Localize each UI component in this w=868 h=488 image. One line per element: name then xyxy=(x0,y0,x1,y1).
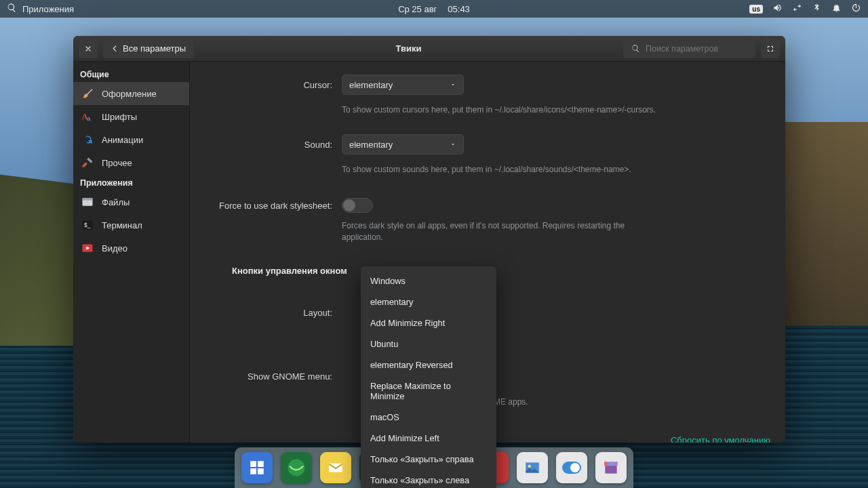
sidebar-item-label: Видео xyxy=(102,243,127,253)
power-icon[interactable] xyxy=(851,3,861,15)
dark-stylesheet-switch[interactable] xyxy=(342,198,373,213)
sound-combo[interactable]: elementary xyxy=(342,134,464,155)
sidebar-item-label: Прочее xyxy=(102,158,132,168)
svg-rect-20 xyxy=(610,462,613,465)
files-icon xyxy=(80,195,95,209)
layout-option[interactable]: elementary xyxy=(361,291,496,312)
panel-time[interactable]: 05:43 xyxy=(448,4,470,14)
layout-label: Layout: xyxy=(206,308,342,318)
svg-text:a: a xyxy=(87,115,91,122)
window-controls-heading: Кнопки управления окном xyxy=(206,266,357,276)
sidebar-item-appearance[interactable]: Оформление xyxy=(73,82,189,105)
cursor-combo[interactable]: elementary xyxy=(342,75,464,95)
brush-icon xyxy=(80,86,95,101)
sidebar-item-label: Анимации xyxy=(102,135,143,145)
cursor-combo-value: elementary xyxy=(349,80,393,90)
sound-hint: To show custom sounds here, put them in … xyxy=(342,164,735,176)
top-panel: Приложения Ср 25 авг 05:43 us xyxy=(0,0,868,18)
reset-defaults-link[interactable]: Сбросить по умолчанию xyxy=(671,432,785,443)
sidebar: Общие Оформление Aa Шрифты Анимации xyxy=(73,62,190,443)
chevron-down-icon xyxy=(450,141,456,148)
dock-app-photos[interactable] xyxy=(517,452,548,483)
sidebar-item-terminal[interactable]: $_ Терминал xyxy=(73,214,189,237)
sidebar-item-video[interactable]: Видео xyxy=(73,237,189,260)
panel-date[interactable]: Ср 25 авг xyxy=(398,4,437,14)
layout-option[interactable]: Только «Закрыть» справа xyxy=(361,449,496,470)
maximize-button[interactable] xyxy=(761,39,780,58)
reload-icon xyxy=(80,132,95,147)
window-title: Твики xyxy=(199,43,618,54)
svg-rect-19 xyxy=(604,462,607,465)
svg-rect-3 xyxy=(83,198,93,200)
notifications-icon[interactable] xyxy=(831,3,842,15)
dock-app-store[interactable] xyxy=(595,452,627,483)
svg-rect-17 xyxy=(605,466,616,474)
layout-option[interactable]: Add Minimize Right xyxy=(361,312,496,333)
dock-app-mail[interactable] xyxy=(320,452,351,483)
svg-rect-9 xyxy=(250,468,256,474)
fonts-icon: Aa xyxy=(80,109,95,124)
layout-option[interactable]: Replace Maximize to Minimize xyxy=(361,375,496,407)
svg-rect-10 xyxy=(258,468,264,474)
layout-option[interactable]: Windows xyxy=(361,270,496,291)
sound-label: Sound: xyxy=(206,140,342,150)
bluetooth-icon[interactable] xyxy=(812,3,822,15)
dock-app-switch[interactable] xyxy=(556,452,587,483)
search-icon[interactable] xyxy=(7,3,17,15)
settings-search-input[interactable] xyxy=(646,44,747,54)
layout-option[interactable]: Ubuntu xyxy=(361,333,496,354)
dark-stylesheet-label: Force to use dark stylesheet: xyxy=(206,201,342,211)
sidebar-group-apps: Приложения xyxy=(73,174,189,190)
applications-button[interactable]: Приложения xyxy=(22,4,74,14)
layout-popup: WindowselementaryAdd Minimize RightUbunt… xyxy=(361,266,496,488)
titlebar: Все параметры Твики xyxy=(73,36,785,62)
sidebar-item-fonts[interactable]: Aa Шрифты xyxy=(73,105,189,128)
network-icon[interactable] xyxy=(792,3,802,15)
sidebar-item-label: Оформление xyxy=(102,89,157,99)
gnome-menu-label: Show GNOME menu: xyxy=(206,371,342,382)
chevron-down-icon xyxy=(450,81,456,88)
sidebar-item-files[interactable]: Файлы xyxy=(73,190,189,214)
svg-rect-7 xyxy=(250,461,256,467)
dock-app-browser[interactable] xyxy=(281,452,312,483)
sidebar-item-label: Шрифты xyxy=(102,112,137,122)
back-all-settings-button[interactable]: Все параметры xyxy=(103,39,194,58)
tools-icon xyxy=(80,155,95,170)
layout-option[interactable]: Add Minimize Left xyxy=(361,428,496,449)
volume-icon[interactable] xyxy=(772,3,783,15)
sidebar-group-general: Общие xyxy=(73,66,189,82)
cursor-label: Cursor: xyxy=(206,80,342,90)
dock-app-multitask[interactable] xyxy=(241,452,273,483)
sidebar-item-label: Файлы xyxy=(102,197,130,207)
svg-text:$_: $_ xyxy=(84,222,91,228)
sidebar-item-label: Терминал xyxy=(102,220,142,230)
layout-option[interactable]: macOS xyxy=(361,407,496,428)
svg-point-16 xyxy=(570,463,580,472)
layout-option[interactable]: elementary Reversed xyxy=(361,354,496,375)
sidebar-item-misc[interactable]: Прочее xyxy=(73,151,189,174)
svg-rect-8 xyxy=(258,461,264,467)
settings-search[interactable] xyxy=(623,39,755,58)
close-button[interactable] xyxy=(79,39,98,58)
layout-option[interactable]: Только «Закрыть» слева xyxy=(361,470,496,488)
back-label: Все параметры xyxy=(123,43,186,54)
svg-point-14 xyxy=(528,465,531,468)
terminal-icon: $_ xyxy=(80,218,95,232)
video-icon xyxy=(80,241,95,256)
cursor-hint: To show custom cursors here, put them in… xyxy=(342,104,735,116)
keyboard-layout-indicator[interactable]: us xyxy=(749,5,763,14)
dark-stylesheet-hint: Forces dark style on all apps, even if i… xyxy=(342,220,640,244)
sidebar-item-animations[interactable]: Анимации xyxy=(73,128,189,151)
sound-combo-value: elementary xyxy=(349,140,393,150)
